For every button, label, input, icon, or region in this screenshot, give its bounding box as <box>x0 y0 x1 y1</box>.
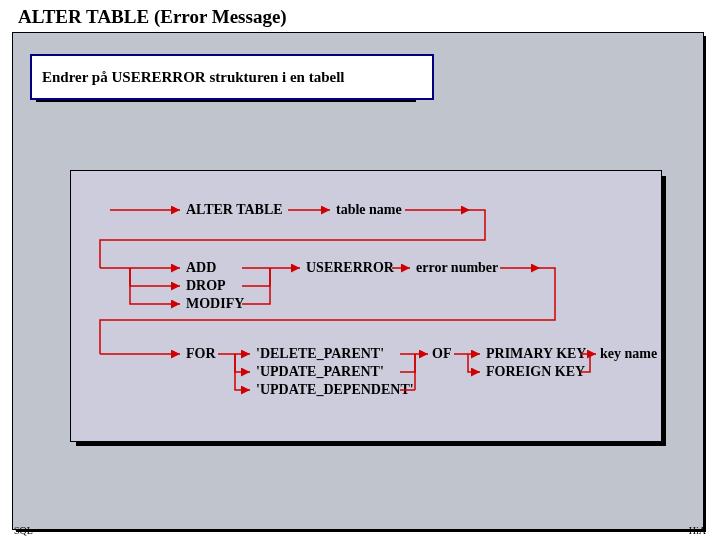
kw-of: OF <box>432 346 451 362</box>
evt-update-parent: 'UPDATE_PARENT' <box>256 364 384 380</box>
arg-key-name: key name <box>600 346 657 362</box>
kw-for: FOR <box>186 346 216 362</box>
evt-update-dependent: 'UPDATE_DEPENDENT' <box>256 382 414 398</box>
note-text: Endrer på USERERROR strukturen i en tabe… <box>42 69 345 86</box>
footer-right: HiA <box>689 525 706 536</box>
evt-delete-parent: 'DELETE_PARENT' <box>256 346 384 362</box>
opt-add: ADD <box>186 260 216 276</box>
footer-left: SQL <box>14 525 33 536</box>
kw-alter-table: ALTER TABLE <box>186 202 283 218</box>
opt-drop: DROP <box>186 278 226 294</box>
page-title: ALTER TABLE (Error Message) <box>18 6 287 28</box>
key-primary: PRIMARY KEY <box>486 346 586 362</box>
opt-modify: MODIFY <box>186 296 244 312</box>
note-box: Endrer på USERERROR strukturen i en tabe… <box>30 54 434 100</box>
arg-error-number: error number <box>416 260 498 276</box>
key-foreign: FOREIGN KEY <box>486 364 585 380</box>
kw-usererror: USERERROR <box>306 260 394 276</box>
arg-table-name: table name <box>336 202 402 218</box>
